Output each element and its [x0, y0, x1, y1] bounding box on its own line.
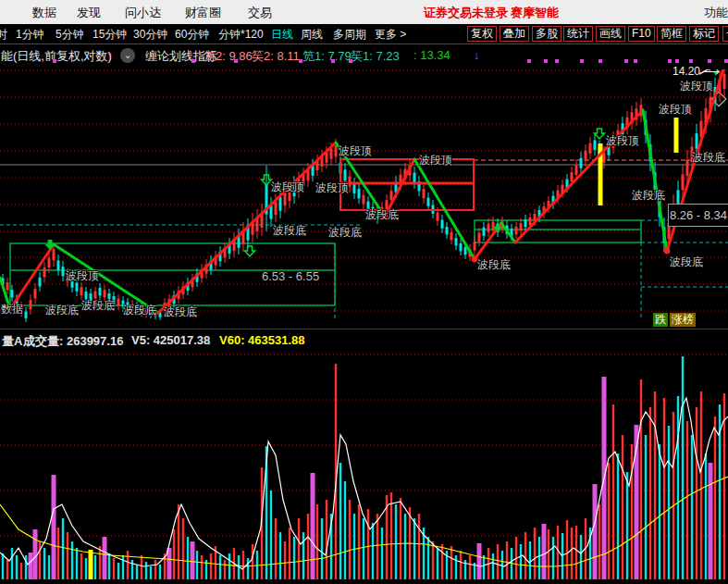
candlestick-body [455, 238, 458, 245]
volume-bar [52, 475, 56, 579]
candlestick-body [483, 228, 486, 236]
volume-bar [33, 529, 38, 579]
candlestick-body [437, 213, 439, 221]
toolbar-button[interactable]: F10 [628, 26, 655, 42]
volume-bar [326, 500, 327, 579]
candlestick-body [48, 257, 51, 267]
volume-bar [593, 484, 598, 579]
menu-item[interactable]: 发现 [77, 5, 101, 21]
volume-bar [316, 504, 318, 579]
wave-label: 波段顶 [66, 270, 99, 282]
toolbar-button[interactable]: 叠加 [500, 26, 529, 42]
candlestick-body [682, 174, 685, 190]
toolbar-button[interactable]: 画线 [596, 26, 625, 42]
period-tab[interactable]: 5分钟 [56, 27, 84, 43]
volume-bar [353, 514, 355, 579]
volume-bar [284, 541, 286, 579]
toolbar-button[interactable]: 标记 [689, 26, 719, 42]
signal-dot [580, 59, 584, 63]
toolbar-button[interactable]: 统计 [563, 26, 593, 42]
wave-label: 波段底 [477, 259, 511, 271]
candlestick-body [30, 300, 32, 309]
volume-bar [302, 532, 304, 579]
menu-item[interactable]: 财富圈 [185, 5, 221, 21]
period-tab[interactable]: 60分钟 [175, 27, 209, 43]
candlestick-body [446, 227, 449, 234]
volume-bar [534, 528, 536, 579]
period-tab[interactable]: 日线 [271, 27, 293, 43]
toolbar-button[interactable]: 复权 [467, 26, 497, 42]
fall-ranking-button[interactable]: 跌 [653, 313, 668, 327]
volume-bar [210, 553, 212, 579]
chevron-down-icon[interactable]: ⌄ [120, 48, 135, 63]
volume-header-value: 量A [2, 333, 22, 350]
volume-header-value: ↓ [118, 333, 125, 347]
volume-bar [427, 537, 429, 579]
volume-bar [372, 523, 374, 579]
volume-bar [580, 535, 582, 579]
toolbar-button[interactable]: 简框 [657, 26, 686, 42]
rise-ranking-button[interactable]: 涨榜 [670, 313, 696, 327]
volume-bar [196, 551, 198, 579]
volume-bar [103, 537, 107, 579]
volume-header-value: 成交量: 263997.16 [23, 333, 123, 350]
wave-label: 波段底 [45, 304, 79, 317]
trading-terminal-window: 证券交易未登录 赛摩智能 功能 数据发现问小达财富圈交易 时1分钟5分钟15分钟… [0, 0, 728, 584]
volume-bar [617, 454, 619, 579]
volume-bar [381, 528, 383, 579]
period-tab[interactable]: 30分钟 [133, 27, 167, 43]
menu-item-function[interactable]: 功能 [704, 5, 728, 21]
zigzag-segment [643, 110, 667, 251]
toolbar-button[interactable]: 多股 [532, 26, 561, 42]
menu-item[interactable]: 问小达 [125, 5, 161, 21]
signal-dot [634, 59, 637, 63]
signal-dot [544, 59, 548, 63]
volume-bar [141, 555, 142, 579]
volume-bar [469, 555, 471, 579]
volume-header-value: V60: 463531.88 [219, 333, 305, 347]
volume-bar [538, 537, 540, 579]
stock-name-text[interactable]: 赛摩智能 [511, 5, 559, 21]
period-tab[interactable]: 15分钟 [93, 27, 127, 43]
period-tab[interactable]: 更多 > [375, 27, 406, 43]
volume-bar [113, 558, 115, 579]
candlestick-body [686, 160, 689, 176]
volume-bar [571, 528, 573, 579]
volume-bar [57, 528, 59, 579]
wave-label: 波段底 [273, 225, 306, 237]
volume-bar [293, 537, 295, 579]
volume-bar [275, 518, 277, 579]
period-tab[interactable]: 多周期 [333, 27, 366, 43]
volume-bar [649, 407, 651, 579]
volume-bar [29, 553, 33, 579]
period-tab[interactable]: 时 [0, 27, 7, 43]
candlestick-body [57, 260, 60, 270]
volume-bar [520, 544, 522, 579]
latest-price-label: 14.20 ⟶ [672, 65, 720, 78]
toolbar-button[interactable]: + [722, 26, 728, 42]
volume-bar [71, 541, 73, 579]
indicator-value: 笕2: 9.86 [204, 48, 253, 65]
volume-bar [524, 532, 526, 579]
volume-bar [159, 565, 161, 579]
menu-item[interactable]: 交易 [248, 5, 272, 21]
period-tab[interactable]: 1分钟 [16, 27, 44, 43]
candlestick-body [603, 153, 606, 163]
volume-bar [85, 558, 87, 579]
menu-item[interactable]: 数据 [32, 5, 56, 21]
wave-label: 波段顶 [419, 155, 452, 167]
candlestick-body [279, 197, 282, 211]
wave-label: 波段顶 [680, 81, 713, 93]
period-tab[interactable]: 分钟*120 [218, 27, 264, 43]
signal-dot [299, 59, 302, 63]
wave-label: 波段顶 [659, 104, 692, 116]
indicator-value: 笕1: 7.79 [302, 48, 352, 65]
volume-bar [270, 491, 272, 579]
wave-label: 波段底 [632, 190, 665, 202]
period-tab[interactable]: 周线 [301, 27, 323, 43]
wave-label: 波段顶 [339, 145, 372, 157]
volume-bar [117, 563, 119, 579]
candlestick-body [11, 290, 14, 297]
volume-bar [191, 541, 195, 579]
signal-dot [624, 59, 628, 63]
